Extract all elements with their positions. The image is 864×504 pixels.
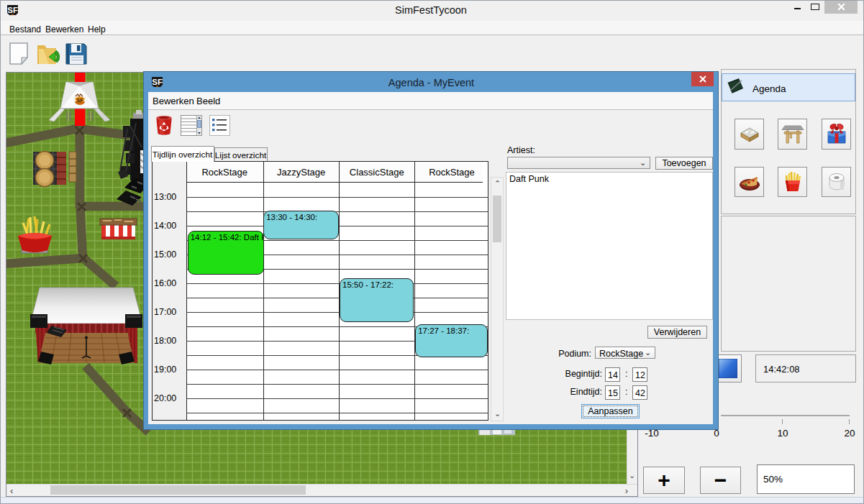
svg-text:SF: SF	[77, 98, 84, 103]
svg-text:SF: SF	[7, 6, 18, 14]
